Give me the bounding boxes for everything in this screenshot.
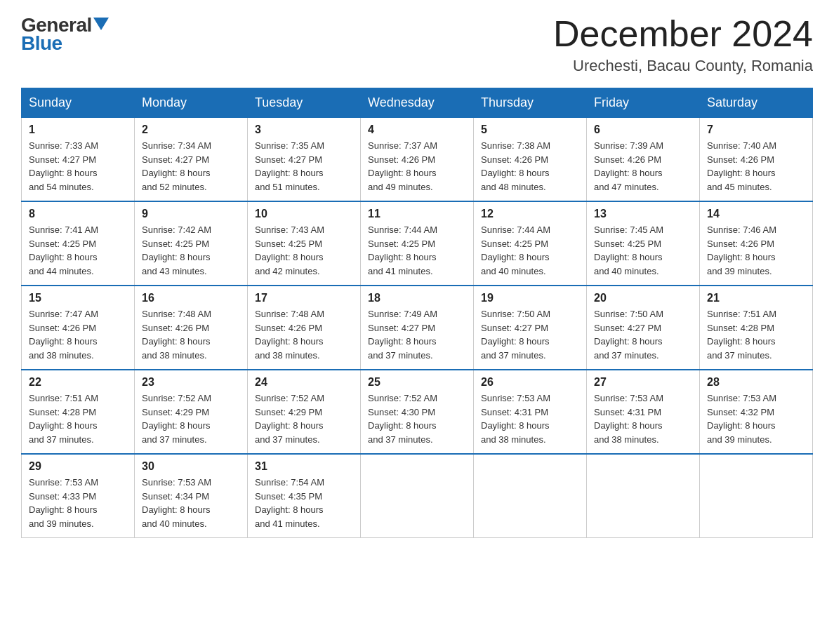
table-row: 6 Sunrise: 7:39 AM Sunset: 4:26 PM Dayli… <box>587 118 700 202</box>
table-row: 27 Sunrise: 7:53 AM Sunset: 4:31 PM Dayl… <box>587 370 700 454</box>
table-row: 9 Sunrise: 7:42 AM Sunset: 4:25 PM Dayli… <box>135 201 248 286</box>
day-number: 16 <box>142 292 240 304</box>
day-number: 5 <box>481 123 579 136</box>
day-number: 20 <box>594 292 692 304</box>
day-number: 15 <box>29 292 127 304</box>
table-row: 31 Sunrise: 7:54 AM Sunset: 4:35 PM Dayl… <box>248 454 361 538</box>
table-row: 7 Sunrise: 7:40 AM Sunset: 4:26 PM Dayli… <box>700 118 813 202</box>
table-row: 12 Sunrise: 7:44 AM Sunset: 4:25 PM Dayl… <box>474 201 587 286</box>
calendar-table: Sunday Monday Tuesday Wednesday Thursday… <box>21 88 813 538</box>
table-row <box>361 454 474 538</box>
table-row: 3 Sunrise: 7:35 AM Sunset: 4:27 PM Dayli… <box>248 118 361 202</box>
table-row: 10 Sunrise: 7:43 AM Sunset: 4:25 PM Dayl… <box>248 201 361 286</box>
header-friday: Friday <box>587 88 700 118</box>
table-row: 22 Sunrise: 7:51 AM Sunset: 4:28 PM Dayl… <box>22 370 135 454</box>
calendar-header-row: Sunday Monday Tuesday Wednesday Thursday… <box>22 88 813 118</box>
table-row: 8 Sunrise: 7:41 AM Sunset: 4:25 PM Dayli… <box>22 201 135 286</box>
table-row: 19 Sunrise: 7:50 AM Sunset: 4:27 PM Dayl… <box>474 286 587 370</box>
day-number: 10 <box>255 208 353 220</box>
day-info: Sunrise: 7:40 AM Sunset: 4:26 PM Dayligh… <box>707 139 805 194</box>
day-info: Sunrise: 7:50 AM Sunset: 4:27 PM Dayligh… <box>481 307 579 362</box>
table-row: 23 Sunrise: 7:52 AM Sunset: 4:29 PM Dayl… <box>135 370 248 454</box>
table-row: 16 Sunrise: 7:48 AM Sunset: 4:26 PM Dayl… <box>135 286 248 370</box>
day-number: 4 <box>368 123 466 136</box>
table-row: 11 Sunrise: 7:44 AM Sunset: 4:25 PM Dayl… <box>361 201 474 286</box>
svg-marker-0 <box>93 18 109 30</box>
day-number: 19 <box>481 292 579 304</box>
day-number: 29 <box>29 460 127 473</box>
day-number: 22 <box>29 376 127 389</box>
table-row: 25 Sunrise: 7:52 AM Sunset: 4:30 PM Dayl… <box>361 370 474 454</box>
table-row: 21 Sunrise: 7:51 AM Sunset: 4:28 PM Dayl… <box>700 286 813 370</box>
day-info: Sunrise: 7:51 AM Sunset: 4:28 PM Dayligh… <box>29 391 127 446</box>
day-number: 24 <box>255 376 353 389</box>
day-info: Sunrise: 7:52 AM Sunset: 4:29 PM Dayligh… <box>142 391 240 446</box>
table-row: 4 Sunrise: 7:37 AM Sunset: 4:26 PM Dayli… <box>361 118 474 202</box>
day-number: 2 <box>142 123 240 136</box>
day-info: Sunrise: 7:53 AM Sunset: 4:31 PM Dayligh… <box>481 391 579 446</box>
day-info: Sunrise: 7:50 AM Sunset: 4:27 PM Dayligh… <box>594 307 692 362</box>
header-tuesday: Tuesday <box>248 88 361 118</box>
table-row: 26 Sunrise: 7:53 AM Sunset: 4:31 PM Dayl… <box>474 370 587 454</box>
table-row: 15 Sunrise: 7:47 AM Sunset: 4:26 PM Dayl… <box>22 286 135 370</box>
calendar-week-row: 15 Sunrise: 7:47 AM Sunset: 4:26 PM Dayl… <box>22 286 813 370</box>
header-wednesday: Wednesday <box>361 88 474 118</box>
day-info: Sunrise: 7:35 AM Sunset: 4:27 PM Dayligh… <box>255 139 353 194</box>
table-row: 1 Sunrise: 7:33 AM Sunset: 4:27 PM Dayli… <box>22 118 135 202</box>
table-row <box>587 454 700 538</box>
day-info: Sunrise: 7:53 AM Sunset: 4:33 PM Dayligh… <box>29 476 127 530</box>
day-number: 21 <box>707 292 805 304</box>
table-row <box>474 454 587 538</box>
day-number: 13 <box>594 208 692 220</box>
day-info: Sunrise: 7:51 AM Sunset: 4:28 PM Dayligh… <box>707 307 805 362</box>
day-info: Sunrise: 7:37 AM Sunset: 4:26 PM Dayligh… <box>368 139 466 194</box>
day-number: 18 <box>368 292 466 304</box>
table-row <box>700 454 813 538</box>
logo-blue-text: Blue <box>21 32 62 55</box>
table-row: 17 Sunrise: 7:48 AM Sunset: 4:26 PM Dayl… <box>248 286 361 370</box>
logo: General Blue <box>21 14 109 55</box>
day-number: 14 <box>707 208 805 220</box>
table-row: 24 Sunrise: 7:52 AM Sunset: 4:29 PM Dayl… <box>248 370 361 454</box>
day-info: Sunrise: 7:49 AM Sunset: 4:27 PM Dayligh… <box>368 307 466 362</box>
header-sunday: Sunday <box>22 88 135 118</box>
calendar-week-row: 22 Sunrise: 7:51 AM Sunset: 4:28 PM Dayl… <box>22 370 813 454</box>
day-info: Sunrise: 7:41 AM Sunset: 4:25 PM Dayligh… <box>29 223 127 278</box>
table-row: 14 Sunrise: 7:46 AM Sunset: 4:26 PM Dayl… <box>700 201 813 286</box>
header-monday: Monday <box>135 88 248 118</box>
calendar-week-row: 29 Sunrise: 7:53 AM Sunset: 4:33 PM Dayl… <box>22 454 813 538</box>
day-info: Sunrise: 7:54 AM Sunset: 4:35 PM Dayligh… <box>255 476 353 530</box>
day-number: 11 <box>368 208 466 220</box>
day-info: Sunrise: 7:38 AM Sunset: 4:26 PM Dayligh… <box>481 139 579 194</box>
day-info: Sunrise: 7:34 AM Sunset: 4:27 PM Dayligh… <box>142 139 240 194</box>
table-row: 28 Sunrise: 7:53 AM Sunset: 4:32 PM Dayl… <box>700 370 813 454</box>
day-info: Sunrise: 7:33 AM Sunset: 4:27 PM Dayligh… <box>29 139 127 194</box>
table-row: 5 Sunrise: 7:38 AM Sunset: 4:26 PM Dayli… <box>474 118 587 202</box>
table-row: 18 Sunrise: 7:49 AM Sunset: 4:27 PM Dayl… <box>361 286 474 370</box>
day-number: 28 <box>707 376 805 389</box>
day-number: 12 <box>481 208 579 220</box>
day-number: 26 <box>481 376 579 389</box>
day-info: Sunrise: 7:47 AM Sunset: 4:26 PM Dayligh… <box>29 307 127 362</box>
day-info: Sunrise: 7:46 AM Sunset: 4:26 PM Dayligh… <box>707 223 805 278</box>
day-info: Sunrise: 7:44 AM Sunset: 4:25 PM Dayligh… <box>481 223 579 278</box>
day-number: 3 <box>255 123 353 136</box>
day-number: 23 <box>142 376 240 389</box>
logo-arrow-icon <box>93 18 109 30</box>
day-info: Sunrise: 7:43 AM Sunset: 4:25 PM Dayligh… <box>255 223 353 278</box>
day-info: Sunrise: 7:45 AM Sunset: 4:25 PM Dayligh… <box>594 223 692 278</box>
month-title: December 2024 <box>553 14 813 54</box>
header-saturday: Saturday <box>700 88 813 118</box>
day-info: Sunrise: 7:42 AM Sunset: 4:25 PM Dayligh… <box>142 223 240 278</box>
table-row: 29 Sunrise: 7:53 AM Sunset: 4:33 PM Dayl… <box>22 454 135 538</box>
day-info: Sunrise: 7:53 AM Sunset: 4:31 PM Dayligh… <box>594 391 692 446</box>
day-info: Sunrise: 7:48 AM Sunset: 4:26 PM Dayligh… <box>255 307 353 362</box>
table-row: 13 Sunrise: 7:45 AM Sunset: 4:25 PM Dayl… <box>587 201 700 286</box>
day-number: 25 <box>368 376 466 389</box>
day-info: Sunrise: 7:39 AM Sunset: 4:26 PM Dayligh… <box>594 139 692 194</box>
day-info: Sunrise: 7:44 AM Sunset: 4:25 PM Dayligh… <box>368 223 466 278</box>
header-thursday: Thursday <box>474 88 587 118</box>
day-number: 9 <box>142 208 240 220</box>
day-info: Sunrise: 7:52 AM Sunset: 4:30 PM Dayligh… <box>368 391 466 446</box>
day-number: 1 <box>29 123 127 136</box>
